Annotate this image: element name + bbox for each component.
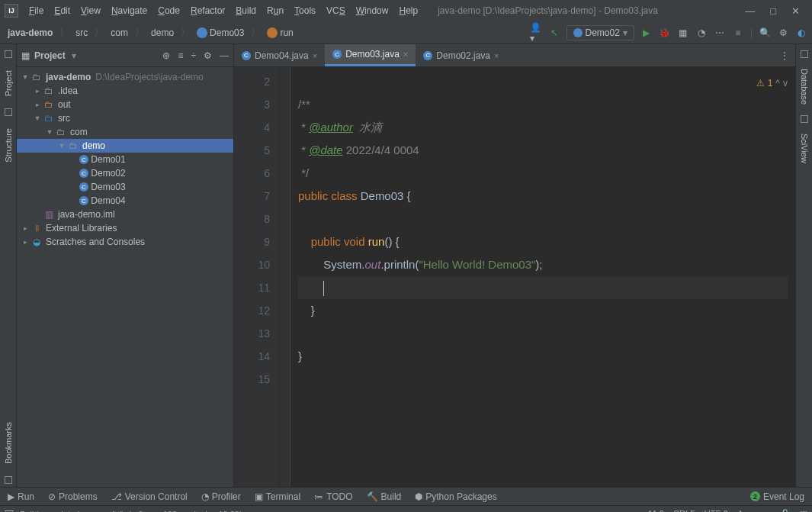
- project-dropdown-icon[interactable]: ▾: [72, 50, 76, 61]
- project-tool-icon[interactable]: [5, 50, 12, 58]
- menu-file[interactable]: File: [24, 3, 48, 18]
- code-content[interactable]: /** * @author 水滴 * @date 2022/4/4 0004 *…: [290, 67, 795, 487]
- run-tool[interactable]: ▶Run: [8, 491, 34, 502]
- stop-icon[interactable]: ■: [732, 27, 744, 39]
- tab-demo02[interactable]: C Demo02.java×: [416, 46, 506, 66]
- run-icon[interactable]: ▶: [640, 27, 653, 39]
- editor-tabs: C Demo04.java× C Demo03.java× C Demo02.j…: [234, 44, 795, 67]
- run-config-selector[interactable]: Demo02▾: [566, 25, 634, 40]
- memory-icon[interactable]: ◫: [800, 509, 807, 512]
- navbar: java-demo 〉 src 〉 com 〉 demo 〉 Demo03 〉 …: [0, 21, 812, 44]
- select-opened-icon[interactable]: ⊕: [162, 50, 170, 61]
- sciview-tab[interactable]: SciView: [798, 126, 811, 171]
- bookmarks-tab[interactable]: Bookmarks: [2, 414, 15, 472]
- tab-demo03[interactable]: C Demo03.java×: [325, 44, 416, 66]
- structure-tab[interactable]: Structure: [2, 121, 15, 170]
- todo-tool[interactable]: ≔TODO: [314, 491, 352, 502]
- tree-demo[interactable]: ▼🗀demo: [17, 139, 233, 153]
- bc-com[interactable]: com: [108, 26, 131, 40]
- menu-run[interactable]: Run: [262, 3, 288, 18]
- java-class-icon: C: [79, 169, 88, 178]
- close-tab-icon[interactable]: ×: [313, 51, 317, 60]
- terminal-tool[interactable]: ▣Terminal: [255, 491, 300, 502]
- inspection-badge[interactable]: ⚠ 1 ^v: [756, 72, 788, 95]
- line-ending[interactable]: CRLF: [673, 509, 695, 512]
- build-tool[interactable]: 🔨Build: [367, 491, 402, 502]
- hammer-icon[interactable]: ↖: [548, 27, 560, 39]
- java-class-icon: C: [242, 51, 251, 60]
- problems-tool[interactable]: ⊘Problems: [48, 491, 98, 502]
- structure-tool-icon[interactable]: [5, 108, 12, 116]
- profiler-tool[interactable]: ◔Profiler: [201, 491, 241, 502]
- user-icon[interactable]: 👤▾: [530, 27, 542, 39]
- project-tab[interactable]: Project: [2, 63, 15, 104]
- menu-refactor[interactable]: Refactor: [186, 3, 229, 18]
- fold-strip[interactable]: [280, 67, 290, 487]
- collapse-all-icon[interactable]: ÷: [191, 50, 196, 61]
- menu-window[interactable]: Window: [351, 3, 393, 18]
- tree-idea[interactable]: ▸🗀.idea: [17, 84, 233, 98]
- tree-file-demo03[interactable]: C Demo03: [17, 180, 233, 194]
- bottom-toolbar: ▶Run ⊘Problems ⎇Version Control ◔Profile…: [0, 487, 812, 505]
- hide-panel-icon[interactable]: —: [220, 50, 229, 61]
- project-title[interactable]: Project: [34, 50, 66, 61]
- close-icon[interactable]: ✕: [791, 5, 800, 17]
- learn-icon[interactable]: ◐: [795, 27, 807, 39]
- settings-icon[interactable]: ⚙: [777, 27, 789, 39]
- database-tool-icon[interactable]: [801, 50, 808, 58]
- tree-iml[interactable]: ▥java-demo.iml: [17, 208, 233, 221]
- profile-icon[interactable]: ◔: [695, 27, 708, 39]
- readonly-lock-icon[interactable]: 🔓: [780, 509, 791, 512]
- minimize-icon[interactable]: —: [745, 5, 755, 17]
- menu-navigate[interactable]: Navigate: [107, 3, 152, 18]
- tree-out[interactable]: ▸🗀out: [17, 98, 233, 111]
- tree-file-demo02[interactable]: C Demo02: [17, 166, 233, 180]
- bc-root[interactable]: java-demo: [5, 26, 56, 40]
- menu-help[interactable]: Help: [394, 3, 422, 18]
- sciview-tool-icon[interactable]: [801, 115, 808, 123]
- maximize-icon[interactable]: □: [770, 5, 776, 17]
- event-log-tool[interactable]: 2 Event Log: [750, 491, 804, 502]
- tree-file-demo04[interactable]: C Demo04: [17, 194, 233, 208]
- python-tool[interactable]: ⬢Python Packages: [415, 491, 496, 502]
- tree-com[interactable]: ▼🗀com: [17, 125, 233, 139]
- attach-icon[interactable]: ⋯: [714, 27, 726, 39]
- python-icon: ⬢: [415, 491, 422, 502]
- search-icon[interactable]: 🔍: [759, 27, 771, 39]
- tree-scratches[interactable]: ▸◒Scratches and Consoles: [17, 235, 233, 249]
- bc-demo[interactable]: demo: [148, 26, 177, 40]
- editor-area: C Demo04.java× C Demo03.java× C Demo02.j…: [234, 44, 795, 487]
- close-tab-icon[interactable]: ×: [494, 51, 499, 60]
- debug-icon[interactable]: 🐞: [659, 27, 671, 39]
- tree-root[interactable]: ▼🗀 java-demoD:\IdeaProjects\java-demo: [17, 70, 233, 84]
- titlebar: IJ File Edit View Navigate Code Refactor…: [0, 0, 812, 21]
- tab-demo04[interactable]: C Demo04.java×: [234, 46, 325, 66]
- close-tab-icon[interactable]: ×: [403, 50, 408, 59]
- expand-all-icon[interactable]: ≡: [178, 50, 183, 61]
- file-encoding[interactable]: UTF-8: [704, 509, 728, 512]
- editor-body[interactable]: 2 3 4 5 6 7 8 9 10 11 12 13 14 15 /** * …: [234, 67, 795, 487]
- bc-src[interactable]: src: [72, 26, 91, 40]
- window-title: java-demo [D:\IdeaProjects\java-demo] - …: [438, 5, 745, 16]
- menu-build[interactable]: Build: [231, 3, 261, 18]
- panel-settings-icon[interactable]: ⚙: [204, 50, 212, 61]
- menu-vcs[interactable]: VCS: [322, 3, 350, 18]
- coverage-icon[interactable]: ▦: [677, 27, 689, 39]
- indent-setting[interactable]: 4 spaces: [737, 509, 771, 512]
- menu-code[interactable]: Code: [153, 3, 185, 18]
- bc-method[interactable]: run: [264, 26, 296, 40]
- left-tool-strip: Project Structure Bookmarks: [0, 44, 17, 487]
- menu-tools[interactable]: Tools: [290, 3, 320, 18]
- tree-src[interactable]: ▼🗀src: [17, 111, 233, 125]
- bc-class[interactable]: Demo03: [194, 26, 247, 40]
- tree-file-demo01[interactable]: C Demo01: [17, 153, 233, 166]
- bookmarks-tool-icon[interactable]: [5, 476, 12, 484]
- menu-view[interactable]: View: [76, 3, 105, 18]
- menu-edit[interactable]: Edit: [50, 3, 75, 18]
- project-tool-btn[interactable]: ▦: [21, 50, 30, 61]
- database-tab[interactable]: Database: [798, 61, 811, 112]
- cursor-position[interactable]: 11:9: [648, 509, 664, 512]
- tree-ext-libs[interactable]: ▸⫴External Libraries: [17, 221, 233, 235]
- tab-more-icon[interactable]: ⋮: [774, 50, 795, 61]
- vcs-tool[interactable]: ⎇Version Control: [111, 491, 188, 502]
